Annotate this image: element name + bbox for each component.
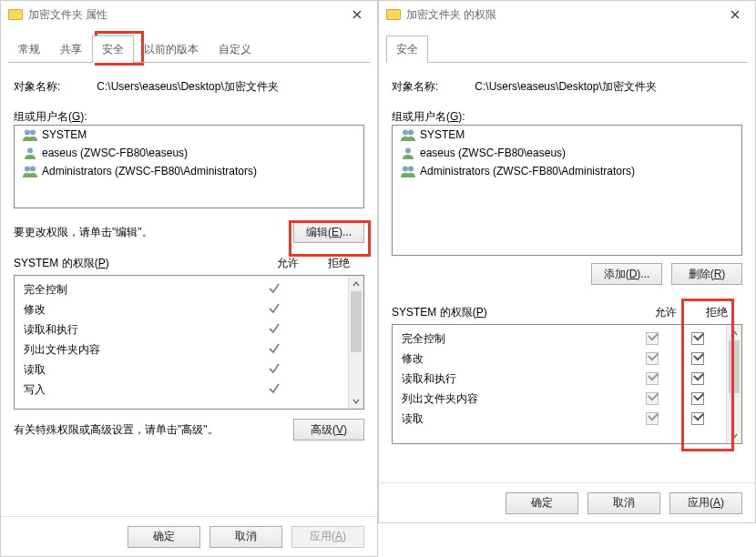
ok-button[interactable]: 确定 xyxy=(128,526,200,548)
tab-strip: 常规 共享 安全 以前的版本 自定义 xyxy=(1,28,377,63)
svg-point-0 xyxy=(25,130,30,136)
deny-checkbox[interactable] xyxy=(675,332,720,346)
permissions-list: 完全控制修改读取和执行列出文件夹内容读取 xyxy=(392,324,742,444)
cancel-button[interactable]: 取消 xyxy=(209,526,282,548)
close-button[interactable] xyxy=(337,1,377,28)
advanced-button[interactable]: 高级(V) xyxy=(293,419,364,441)
window-title: 加密文件夹 的权限 xyxy=(406,7,715,23)
edit-button[interactable]: 编辑(E)... xyxy=(293,221,364,243)
col-allow: 允许 xyxy=(262,256,313,271)
permission-row: 读取 xyxy=(20,360,342,380)
svg-point-1 xyxy=(30,130,36,136)
user-icon xyxy=(400,165,416,177)
user-icon xyxy=(22,147,38,159)
folder-icon xyxy=(386,9,401,20)
permission-row: 修改 xyxy=(398,349,720,369)
object-name-label: 对象名称: xyxy=(14,79,60,95)
col-deny: 拒绝 xyxy=(691,305,742,320)
user-icon xyxy=(400,128,416,141)
perm-label: SYSTEM 的权限(P) xyxy=(392,305,640,320)
allow-checkbox[interactable] xyxy=(629,412,675,426)
object-name-label: 对象名称: xyxy=(392,79,438,95)
tab-previous[interactable]: 以前的版本 xyxy=(134,35,209,63)
scroll-up-icon[interactable] xyxy=(727,325,741,340)
scrollbar[interactable] xyxy=(726,325,741,443)
allow-checkbox[interactable] xyxy=(629,372,675,386)
user-row[interactable]: Administrators (ZWSC-FB80\Administrators… xyxy=(393,162,741,180)
svg-point-3 xyxy=(25,167,30,172)
apply-button: 应用(A) xyxy=(291,526,364,548)
folder-icon xyxy=(8,9,23,20)
user-icon xyxy=(22,128,38,141)
scroll-down-icon[interactable] xyxy=(349,393,363,409)
tab-security[interactable]: 安全 xyxy=(386,35,428,63)
deny-checkbox[interactable] xyxy=(675,372,720,386)
scroll-thumb[interactable] xyxy=(351,291,362,352)
permission-name: 写入 xyxy=(20,382,251,398)
allow-checkbox[interactable] xyxy=(629,392,675,406)
properties-dialog: 加密文件夹 属性 常规 共享 安全 以前的版本 自定义 对象名称: C:\Use… xyxy=(0,0,378,557)
tab-strip: 安全 xyxy=(379,28,755,63)
user-row[interactable]: easeus (ZWSC-FB80\easeus) xyxy=(15,144,363,162)
group-users-label: 组或用户名(G): xyxy=(14,110,87,123)
user-name-label: Administrators (ZWSC-FB80\Administrators… xyxy=(42,165,257,177)
tab-custom[interactable]: 自定义 xyxy=(209,35,261,63)
add-button[interactable]: 添加(D)... xyxy=(591,263,662,285)
svg-point-9 xyxy=(408,167,414,172)
svg-point-5 xyxy=(403,130,408,136)
allow-indicator xyxy=(251,322,297,338)
permission-row: 读取 xyxy=(398,409,720,429)
user-row[interactable]: Administrators (ZWSC-FB80\Administrators… xyxy=(15,162,363,180)
svg-point-4 xyxy=(30,167,36,172)
object-name-value: C:\Users\easeus\Desktop\加密文件夹 xyxy=(475,79,656,95)
user-row[interactable]: easeus (ZWSC-FB80\easeus) xyxy=(393,144,741,162)
allow-indicator xyxy=(251,302,297,318)
user-icon xyxy=(22,165,38,177)
scroll-up-icon[interactable] xyxy=(349,276,363,291)
tab-sharing[interactable]: 共享 xyxy=(50,35,92,63)
permission-name: 读取 xyxy=(20,362,251,378)
user-name-label: SYSTEM xyxy=(420,128,465,141)
permission-row: 修改 xyxy=(20,299,342,319)
scroll-down-icon[interactable] xyxy=(727,428,741,443)
ok-button[interactable]: 确定 xyxy=(506,492,578,514)
tab-security[interactable]: 安全 xyxy=(92,35,134,63)
window-title: 加密文件夹 属性 xyxy=(28,7,337,23)
allow-checkbox[interactable] xyxy=(629,332,675,346)
cancel-button[interactable]: 取消 xyxy=(587,492,660,514)
scrollbar[interactable] xyxy=(348,276,363,409)
deny-checkbox[interactable] xyxy=(675,392,720,406)
permission-name: 完全控制 xyxy=(20,282,251,298)
remove-button[interactable]: 删除(R) xyxy=(671,263,742,285)
edit-hint: 要更改权限，请单击"编辑"。 xyxy=(14,225,293,240)
deny-checkbox[interactable] xyxy=(675,352,720,366)
dialog-footer: 确定 取消 应用(A) xyxy=(1,516,377,556)
permission-name: 列出文件夹内容 xyxy=(398,391,629,407)
permission-name: 修改 xyxy=(398,351,629,367)
permission-name: 读取和执行 xyxy=(20,322,251,338)
title-bar: 加密文件夹 属性 xyxy=(1,1,377,28)
tab-general[interactable]: 常规 xyxy=(8,35,50,63)
user-name-label: easeus (ZWSC-FB80\easeus) xyxy=(420,147,566,159)
permission-row: 写入 xyxy=(20,380,342,400)
allow-indicator xyxy=(251,342,297,358)
permission-row: 完全控制 xyxy=(398,329,720,349)
advanced-hint: 有关特殊权限或高级设置，请单击"高级"。 xyxy=(14,422,293,438)
user-name-label: SYSTEM xyxy=(42,128,87,141)
col-allow: 允许 xyxy=(640,305,691,320)
user-row[interactable]: SYSTEM xyxy=(393,126,741,144)
group-users-list[interactable]: SYSTEMeaseus (ZWSC-FB80\easeus)Administr… xyxy=(14,125,364,208)
group-users-label: 组或用户名(G): xyxy=(392,110,465,123)
tab-body: 对象名称: C:\Users\easeus\Desktop\加密文件夹 组或用户… xyxy=(1,63,377,516)
title-bar: 加密文件夹 的权限 xyxy=(379,1,755,28)
user-name-label: easeus (ZWSC-FB80\easeus) xyxy=(42,147,188,159)
apply-button[interactable]: 应用(A) xyxy=(669,492,742,514)
group-users-list[interactable]: SYSTEMeaseus (ZWSC-FB80\easeus)Administr… xyxy=(392,125,742,256)
user-row[interactable]: SYSTEM xyxy=(15,126,363,144)
deny-checkbox[interactable] xyxy=(675,412,720,426)
scroll-thumb[interactable] xyxy=(729,340,740,393)
permission-name: 列出文件夹内容 xyxy=(20,342,251,358)
close-button[interactable] xyxy=(715,1,755,28)
allow-checkbox[interactable] xyxy=(629,352,675,366)
user-icon xyxy=(400,147,416,159)
